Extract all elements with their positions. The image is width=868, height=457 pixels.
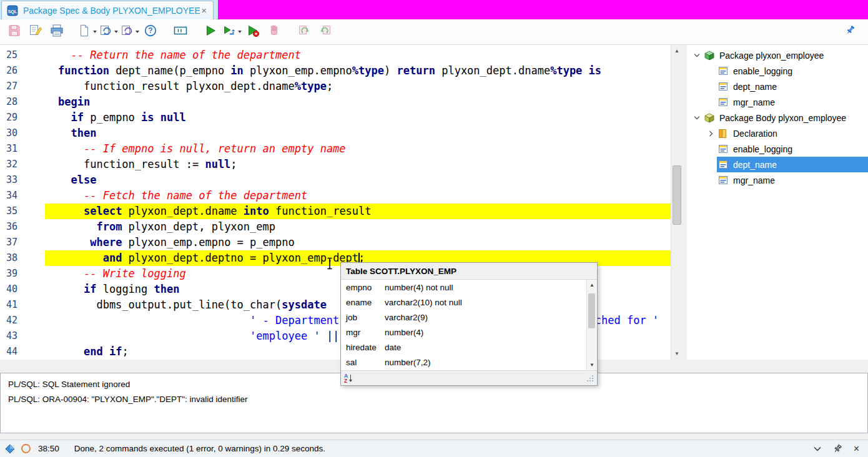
tab-package-spec-body[interactable]: SQL Package Spec & Body PLYXON_EMPLOYEE … [1,1,214,19]
scrollbar-thumb[interactable] [673,165,681,225]
sql-window-button[interactable] [97,21,119,42]
declaration-icon [718,129,731,139]
edit-icon [28,23,43,41]
new-document-icon [77,24,91,40]
tree-item-enable-logging[interactable]: enable_logging [687,141,868,157]
column-name: ename [346,298,385,307]
code-line-25[interactable]: -- Return the name of the department [45,47,671,63]
save-button[interactable] [4,21,25,42]
code-line-37[interactable]: where plyxon_emp.empno = p_empno [45,235,671,250]
save-icon [7,23,22,41]
code-line-28[interactable]: begin [45,94,671,110]
table-info-popup: Table SCOTT.PLYXON_EMP empnonumber(4) no… [340,262,598,386]
line-number: 28 [0,94,45,110]
line-number: 29 [0,110,45,125]
line-number: 31 [0,141,45,157]
code-line-32[interactable]: function_result := null; [45,157,671,172]
tree-item-label: enable_logging [733,144,792,154]
column-type: number(7,2) [385,358,431,367]
tree-item-package-body-plyxon-employee[interactable]: Package Body plyxon_employee [687,110,868,125]
editor-scrollbar[interactable]: ▲ ▼ [671,45,683,360]
print-icon [49,23,64,41]
tree-item-declaration[interactable]: Declaration [687,125,868,141]
resize-grip[interactable] [586,374,594,383]
code-line-31[interactable]: -- If empno is null, return an empty nam… [45,141,671,157]
dropdown-caret-icon [238,31,242,33]
panel-splitter[interactable] [683,45,687,360]
line-number: 36 [0,219,45,235]
code-line-26[interactable]: function dept_name(p_empno in plyxon_emp… [45,63,671,79]
rollback-button[interactable] [315,21,336,42]
tree-item-mgr-name[interactable]: mgr_name [687,94,868,110]
tree-item-dept-name[interactable]: dept_name [687,157,868,172]
break-button[interactable] [264,21,285,42]
popup-scroll-down-button[interactable]: ▼ [587,360,597,370]
status-bar: 38:50 Done, 2 commands executed (1 error… [0,440,868,457]
session-indicator-icon [21,444,31,453]
editor-window-button[interactable] [170,21,191,42]
line-number: 44 [0,344,45,360]
scroll-up-button[interactable]: ▲ [671,45,683,57]
code-line-35[interactable]: select plyxon_dept.dname into function_r… [45,204,671,219]
member-icon [718,97,731,107]
line-number: 30 [0,125,45,141]
edit-button[interactable] [25,21,46,42]
new-document-button[interactable] [76,21,97,42]
help-button[interactable]: ? [140,21,161,42]
popup-scroll-up-button[interactable]: ▲ [587,280,597,290]
line-number: 38 [0,250,45,266]
status-diamond-icon [5,444,15,454]
execute-dropdown-button[interactable] [221,21,242,42]
tree-item-label: dept_name [733,160,777,170]
chevron-right-icon[interactable] [704,130,717,137]
dropdown-caret-icon [93,31,97,33]
object-tree: Package plyxon_employeeenable_loggingdep… [687,45,868,360]
tree-item-mgr-name[interactable]: mgr_name [687,172,868,188]
line-number: 40 [0,282,45,297]
member-icon [718,160,731,169]
code-line-34[interactable]: -- Fetch the name of the department [45,188,671,204]
mouse-cursor-ibeam [326,257,333,272]
tree-item-enable-logging[interactable]: enable_logging [687,63,868,79]
popup-scrollbar-thumb[interactable] [588,293,595,328]
pin-button[interactable] [832,444,842,454]
commit-icon [297,24,311,40]
code-line-33[interactable]: else [45,172,671,188]
dock-pin-button[interactable] [839,21,861,42]
chevron-down-icon[interactable] [691,115,703,120]
print-button[interactable] [46,21,67,42]
tree-item-label: dept_name [733,82,777,92]
debug-button[interactable] [242,21,264,42]
tab-title: Package Spec & Body PLYXON_EMPLOYEE [23,6,200,16]
code-line-27[interactable]: function_result plyxon_dept.dname%type; [45,79,671,94]
tree-item-label: enable_logging [733,66,792,76]
close-button[interactable]: × [854,444,859,454]
tree-item-dept-name[interactable]: dept_name [687,79,868,94]
line-number: 27 [0,79,45,94]
sort-button[interactable]: AZ [343,373,353,383]
column-row: jobvarchar2(9) [341,310,586,325]
tab-close-icon[interactable]: × [200,6,208,15]
execute-button[interactable] [200,21,221,42]
command-window-button[interactable] [119,21,140,42]
dropdown-caret-icon [114,31,118,33]
commit-button[interactable] [293,21,315,42]
chevron-down-icon[interactable] [691,53,703,57]
collapse-messages-button[interactable] [814,446,821,451]
code-line-29[interactable]: if p_empno is null [45,110,671,125]
popup-scrollbar[interactable]: ▲ ▼ [586,280,597,370]
line-number: 35 [0,204,45,219]
tab-strip-empty-area: SQL Package Spec & Body PLYXON_EMPLOYEE … [0,0,868,19]
code-line-36[interactable]: from plyxon_dept, plyxon_emp [45,219,671,235]
line-number: 25 [0,47,45,63]
tree-item-package-plyxon-employee[interactable]: Package plyxon_employee [687,47,868,63]
dropdown-caret-icon [136,31,139,33]
break-icon [267,24,281,40]
code-line-30[interactable]: then [45,125,671,141]
scroll-down-button[interactable]: ▼ [671,348,683,360]
line-number: 43 [0,328,45,344]
plsql-developer-window: { "tab": { "title": "Package Spec & Body… [0,0,868,457]
column-type: varchar2(9) [385,313,428,322]
sql-window-dropdown-icon [99,24,112,40]
package-icon [704,51,717,61]
